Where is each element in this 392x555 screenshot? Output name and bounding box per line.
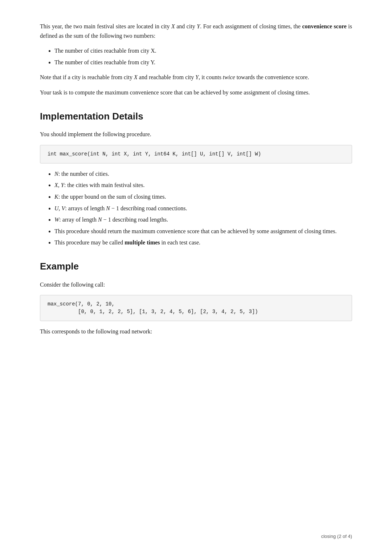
impl-bullet-return: This procedure should return the maximum… — [54, 227, 352, 236]
impl-bullet-K: K: the upper bound on the sum of closing… — [54, 192, 352, 202]
intro-bullet-2: The number of cities reachable from city… — [54, 58, 352, 67]
math-XY: X — [54, 182, 58, 188]
math-V: V — [62, 205, 65, 211]
implementation-intro: You should implement the following proce… — [40, 130, 352, 139]
example-outro: This corresponds to the following road n… — [40, 327, 352, 336]
intro-bullet-1: The number of cities reachable from city… — [54, 46, 352, 56]
math-Y-impl: Y — [61, 182, 64, 188]
page-footer: closing (2 of 4) — [321, 533, 352, 540]
impl-bullet-N: N: the number of cities. — [54, 169, 352, 179]
intro-bullet-list: The number of cities reachable from city… — [54, 46, 352, 67]
task-paragraph: Your task is to compute the maximum conv… — [40, 88, 352, 97]
example-code: max_score(7, 0, 2, 10, [0, 0, 1, 2, 2, 5… — [40, 295, 352, 321]
intro-paragraph-1: This year, the two main festival sites a… — [40, 22, 352, 40]
page-container: This year, the two main festival sites a… — [0, 0, 392, 371]
math-N: N — [54, 171, 58, 177]
impl-bullet-multiple: This procedure may be called multiple ti… — [54, 238, 352, 247]
impl-bullet-XY: X, Y: the cities with main festival site… — [54, 181, 352, 190]
math-U: U — [54, 205, 59, 211]
note-paragraph: Note that if a city is reachable from ci… — [40, 73, 352, 82]
impl-bullet-UV: U, V: arrays of length N − 1 describing … — [54, 204, 352, 213]
implementation-bullet-list: N: the number of cities. X, Y: the citie… — [54, 169, 352, 247]
bold-convenience-score: convenience score — [302, 23, 346, 29]
math-N-minus-1-a: N — [106, 205, 110, 211]
implementation-heading: Implementation Details — [40, 109, 352, 124]
example-intro: Consider the following call: — [40, 280, 352, 289]
impl-bullet-W: W: array of length N − 1 describing road… — [54, 215, 352, 224]
italic-twice: twice — [223, 74, 235, 80]
implementation-code: int max_score(int N, int X, int Y, int64… — [40, 145, 352, 163]
math-X-2: X — [134, 74, 138, 80]
math-N-minus-1-b: N — [98, 216, 102, 223]
math-Y: Y — [197, 23, 200, 29]
bold-multiple-times: multiple times — [124, 239, 160, 246]
math-Y-2: Y — [195, 74, 199, 80]
math-W: W — [54, 216, 59, 223]
page-footer-text: closing (2 of 4) — [321, 534, 352, 539]
math-X: X — [171, 23, 175, 29]
example-heading: Example — [40, 259, 352, 274]
math-K: K — [54, 194, 58, 200]
